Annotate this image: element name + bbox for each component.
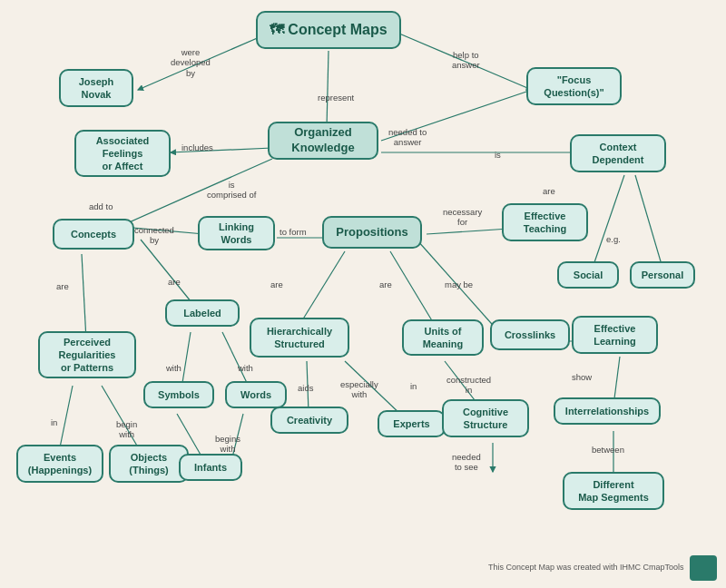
node-social: Social [557,261,619,289]
link-are-units: are [379,279,392,289]
node-symbols: Symbols [143,381,214,408]
node-perceived-regularities: Perceived Regularities or Patterns [38,331,136,378]
svg-line-2 [327,51,329,127]
link-aids: aids [298,383,313,393]
svg-line-13 [141,240,195,307]
svg-line-11 [427,229,509,234]
node-effective-learning: Effective Learning [572,316,658,354]
link-begin-with: beginwith [116,419,137,440]
footer: This Concept Map was created with IHMC C… [488,555,717,581]
link-needed-to-answer: needed toanswer [388,127,427,148]
link-are-labeled: are [168,277,181,287]
link-connected-by: connectedby [134,225,174,246]
node-words: Words [225,381,287,408]
link-in-experts: in [410,381,417,391]
node-concept-maps: 🗺 Concept Maps [256,11,401,49]
svg-line-19 [222,332,250,388]
node-interrelationships: Interrelationships [554,397,661,425]
link-with-symbols: with [166,363,182,373]
svg-line-18 [182,332,191,388]
link-in-events: in [51,417,57,427]
link-eg: e.g. [606,234,621,244]
node-events: Events (Happenings) [16,445,103,483]
link-were-developed-by: weredevelopedby [171,47,211,78]
link-comprised-of: iscomprised of [207,180,256,201]
link-are-context: are [543,186,555,196]
node-hierarchically-structured: Hierarchically Structured [250,318,349,358]
link-necessary-for: necessaryfor [443,207,482,228]
node-labeled: Labeled [165,299,240,327]
link-add-to: add to [89,201,113,211]
link-are-hierarchical: are [270,279,283,289]
link-help-to-answer: help toanswer [452,50,480,71]
node-infants: Infants [179,454,242,481]
link-show: show [572,372,592,382]
svg-line-6 [593,175,624,268]
svg-line-12 [82,254,86,340]
node-context-dependent: Context Dependent [570,134,666,172]
link-between: between [592,445,624,455]
node-experts: Experts [378,410,446,437]
link-constructed-in: constructedin [446,375,491,396]
node-organized-knowledge: Organized Knowledge [268,122,378,160]
svg-line-14 [299,251,345,325]
node-joseph-novak: Joseph Novak [59,69,133,107]
svg-line-7 [635,175,662,268]
link-with-words: with [238,363,253,373]
node-cognitive-structure: Cognitive Structure [442,399,529,437]
node-crosslinks: Crosslinks [490,319,570,350]
node-linking-words: Linking Words [198,216,275,250]
concept-map: 🗺 Concept Maps Joseph Novak "Focus Quest… [0,0,726,588]
ihmc-logo [690,555,717,581]
link-begins-with: beginswith [215,434,240,455]
node-creativity: Creativity [270,407,348,434]
node-propositions: Propositions [322,216,422,249]
svg-line-24 [59,386,73,452]
node-associated-feelings: Associated Feelings or Affect [74,130,171,177]
node-personal: Personal [630,261,695,289]
node-effective-teaching: Effective Teaching [502,203,588,241]
node-focus-question: "Focus Question(s)" [526,67,622,105]
node-different-map-segments: Different Map Segments [563,472,664,510]
node-concepts: Concepts [53,219,134,250]
link-may-be: may be [445,279,473,289]
link-are-concepts: are [56,281,69,291]
node-units-of-meaning: Units of Meaning [402,319,484,356]
link-is: is [495,150,501,160]
link-needed-to-see: neededto see [452,452,481,473]
link-represent: represent [318,93,354,103]
link-especially-with: especiallywith [340,379,378,400]
link-to-form: to form [280,227,307,237]
node-objects: Objects (Things) [109,445,189,483]
svg-line-15 [390,251,436,327]
link-includes: includes [182,142,213,152]
